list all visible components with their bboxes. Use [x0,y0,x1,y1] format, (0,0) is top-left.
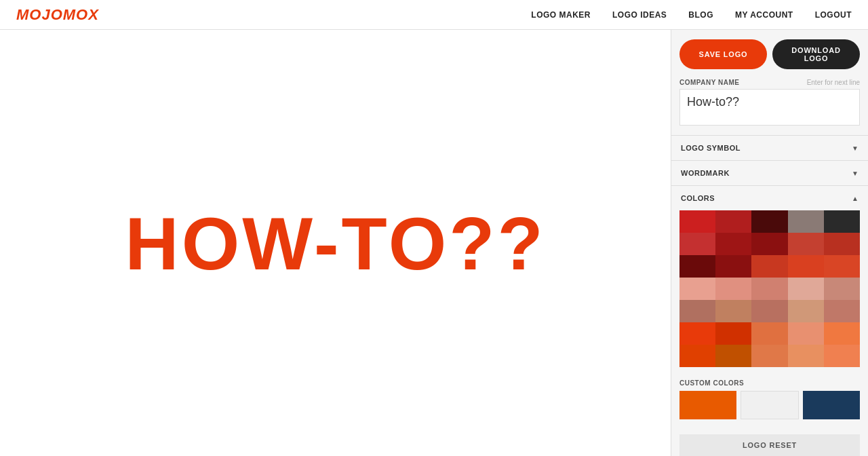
company-name-input[interactable]: How-to?? [679,89,860,126]
custom-colors-label: CUSTOM COLORS [679,379,860,387]
wordmark-label: WORDMARK [681,169,730,177]
color-swatch-20[interactable] [679,300,715,322]
color-swatch-33[interactable] [788,345,824,367]
logo-reset-section: LOGO RESET [671,428,868,456]
nav-logout[interactable]: LOGOUT [815,10,852,20]
wordmark-header[interactable]: WORDMARK ▼ [671,161,868,185]
colors-label: COLORS [681,194,715,202]
brand-logo[interactable]: MOJOMOX [16,6,99,24]
color-swatch-23[interactable] [788,300,824,322]
color-swatch-13[interactable] [788,255,824,278]
nav-blog[interactable]: BLOG [688,10,713,20]
nav-logo-ideas[interactable]: LOGO IDEAS [612,10,667,20]
color-swatch-25[interactable] [679,322,715,345]
color-swatch-32[interactable] [751,345,787,367]
canvas-area: HOW-TO?? [0,30,671,456]
color-swatch-28[interactable] [788,322,824,345]
color-swatch-4[interactable] [824,210,860,233]
color-swatch-34[interactable] [824,345,860,367]
company-name-header: COMPANY NAME Enter for next line [679,79,860,86]
color-swatch-21[interactable] [715,300,751,322]
color-swatch-31[interactable] [715,345,751,367]
color-swatch-6[interactable] [715,233,751,255]
nav-logo-maker[interactable]: LOGO MAKER [531,10,591,20]
color-swatch-16[interactable] [715,278,751,300]
color-swatch-1[interactable] [715,210,751,233]
wordmark-accordion: WORDMARK ▼ [671,160,868,185]
color-swatch-7[interactable] [751,233,787,255]
action-buttons: SAVE LOGO DOWNLOAD LOGO [671,30,868,79]
logo-reset-button[interactable]: LOGO RESET [679,434,860,456]
color-swatch-11[interactable] [715,255,751,278]
logo-symbol-header[interactable]: LOGO SYMBOL ▼ [671,136,868,160]
color-swatch-24[interactable] [824,300,860,322]
colors-header[interactable]: COLORS ▲ [671,185,868,210]
custom-swatches [679,391,860,419]
color-swatch-29[interactable] [824,322,860,345]
navbar: MOJOMOX LOGO MAKER LOGO IDEAS BLOG MY AC… [0,0,868,30]
company-name-label: COMPANY NAME [679,79,739,86]
color-swatch-9[interactable] [824,233,860,255]
color-swatch-26[interactable] [715,322,751,345]
logo-symbol-label: LOGO SYMBOL [681,144,741,152]
download-logo-button[interactable]: DOWNLOAD LOGO [772,39,860,69]
color-swatch-14[interactable] [824,255,860,278]
color-swatch-19[interactable] [824,278,860,300]
main-layout: HOW-TO?? SAVE LOGO DOWNLOAD LOGO COMPANY… [0,30,868,456]
custom-colors-section: CUSTOM COLORS [671,374,868,428]
nav-my-account[interactable]: MY ACCOUNT [735,10,793,20]
custom-swatch-3[interactable] [803,391,860,419]
nav-links: LOGO MAKER LOGO IDEAS BLOG MY ACCOUNT LO… [531,10,852,20]
color-swatch-2[interactable] [751,210,787,233]
colors-section: COLORS ▲ CUSTOM COLORS [671,185,868,428]
color-swatch-10[interactable] [679,255,715,278]
logo-symbol-arrow: ▼ [852,145,859,152]
color-swatch-18[interactable] [788,278,824,300]
color-swatch-0[interactable] [679,210,715,233]
logo-symbol-accordion: LOGO SYMBOL ▼ [671,135,868,160]
logo-preview-text: HOW-TO?? [125,200,545,286]
colors-arrow: ▲ [852,195,859,202]
company-name-section: COMPANY NAME Enter for next line How-to?… [671,79,868,135]
custom-swatch-1[interactable] [679,391,736,419]
color-swatch-3[interactable] [788,210,824,233]
color-swatch-30[interactable] [679,345,715,367]
sidebar: SAVE LOGO DOWNLOAD LOGO COMPANY NAME Ent… [671,30,868,456]
wordmark-arrow: ▼ [852,170,859,177]
color-swatch-12[interactable] [751,255,787,278]
color-swatch-17[interactable] [751,278,787,300]
color-swatch-5[interactable] [679,233,715,255]
color-swatch-8[interactable] [788,233,824,255]
company-name-hint: Enter for next line [807,79,860,86]
colors-grid [671,210,868,374]
color-swatch-22[interactable] [751,300,787,322]
custom-swatch-2[interactable] [741,391,799,419]
color-swatch-27[interactable] [751,322,787,345]
color-swatch-15[interactable] [679,278,715,300]
save-logo-button[interactable]: SAVE LOGO [679,39,767,69]
